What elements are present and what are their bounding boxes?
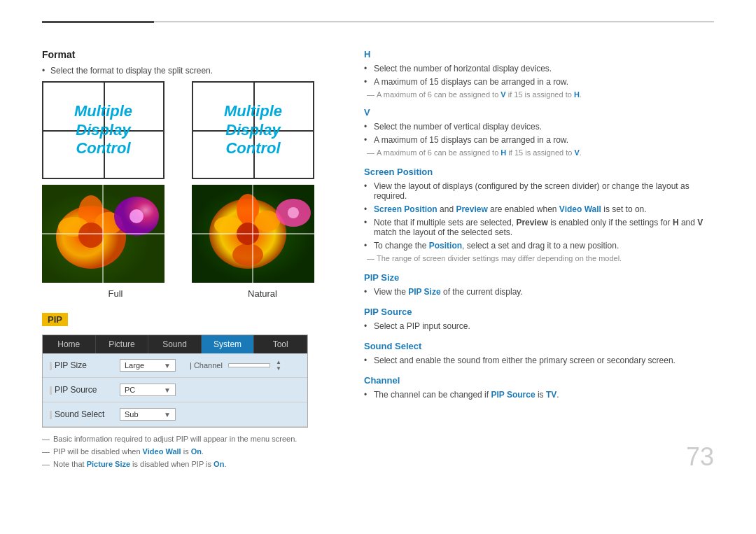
label-full: Full <box>55 288 177 299</box>
pip-size-select[interactable]: Large ▼ <box>120 359 176 372</box>
svg-point-5 <box>78 223 104 248</box>
pip-source-select[interactable]: PC ▼ <box>120 384 176 396</box>
right-column: H Select the number of horizontal displa… <box>364 49 714 468</box>
format-text-2: Multiple Display Control <box>224 102 282 157</box>
tab-picture[interactable]: Picture <box>96 335 149 353</box>
svg-point-15 <box>232 244 263 266</box>
menu-row-sound-select: Sound Select Sub ▼ <box>43 402 307 427</box>
v-bullet-2: A maximum of 15 displays can be arranged… <box>364 135 714 145</box>
pip-note-3: Note that Picture Size is disabled when … <box>42 460 336 468</box>
pip-size-right-bullet: View the PIP Size of the current display… <box>364 287 714 297</box>
h-note: A maximum of 6 can be assigned to V if 1… <box>364 90 714 99</box>
v-bullet-1: Select the number of vertical display de… <box>364 122 714 132</box>
pip-badge: PIP <box>42 313 68 326</box>
sound-select-right-bullet: Select and enable the sound from either … <box>364 356 714 365</box>
pip-size-label: PIP Size <box>50 360 120 370</box>
format-image-2: Multiple Display Control <box>192 81 314 179</box>
sp-bullet-3: Note that if multiple sets are selected,… <box>364 218 714 237</box>
left-column: Format Select the format to display the … <box>42 49 336 468</box>
channel-input[interactable] <box>228 363 270 367</box>
menu-ui: Home Picture Sound System Tool PIP Size <box>42 335 308 428</box>
screen-position-title: Screen Position <box>364 167 714 177</box>
sp-note: The range of screen divider settings may… <box>364 254 714 262</box>
format-labels: Full Natural <box>42 288 336 299</box>
format-bullet: Select the format to display the split s… <box>42 66 336 76</box>
photo-image-2 <box>192 185 314 283</box>
pip-size-title: PIP Size <box>364 272 714 283</box>
pip-source-label: PIP Source <box>50 385 120 395</box>
format-image-1: Multiple Display Control <box>42 81 164 179</box>
tab-sound[interactable]: Sound <box>148 335 202 353</box>
channel-right-bullet: The channel can be changed if PIP Source… <box>364 390 714 400</box>
menu-row-pip-source: PIP Source PC ▼ <box>43 378 307 402</box>
v-letter: V <box>364 107 714 118</box>
v-note: A maximum of 6 can be assigned to H if 1… <box>364 148 714 157</box>
menu-rows: PIP Size Large ▼ | Channel ▲ <box>43 353 307 427</box>
sound-select-label: Sound Select <box>50 409 120 419</box>
sound-select-title: Sound Select <box>364 341 714 351</box>
tab-home[interactable]: Home <box>43 335 96 353</box>
label-natural: Natural <box>202 288 324 299</box>
svg-point-18 <box>288 207 299 218</box>
format-grid: Multiple Display Control Multiple Displa… <box>42 81 336 179</box>
channel-label: | Channel <box>190 361 223 370</box>
sound-select-select[interactable]: Sub ▼ <box>120 408 176 421</box>
tab-tool[interactable]: Tool <box>254 335 307 353</box>
top-line-dark <box>42 21 154 23</box>
tab-system[interactable]: System <box>202 335 255 353</box>
sp-bullet-4: To change the Position, select a set and… <box>364 241 714 251</box>
svg-point-7 <box>130 209 144 223</box>
h-letter: H <box>364 49 714 59</box>
page-number: 73 <box>686 442 714 472</box>
sp-bullet-2: Screen Position and Preview are enabled … <box>364 204 714 214</box>
photo-grid <box>42 185 336 283</box>
channel-arrows[interactable]: ▲ ▼ <box>276 359 281 372</box>
channel-title: Channel <box>364 375 714 386</box>
format-title: Format <box>42 49 336 60</box>
flower-bg-1 <box>42 185 164 283</box>
pip-note-2: PIP will be disabled when Video Wall is … <box>42 447 336 456</box>
pip-source-right-bullet: Select a PIP input source. <box>364 321 714 331</box>
flower-bg-2 <box>192 185 314 283</box>
sp-bullet-1: View the layout of displays (configured … <box>364 181 714 201</box>
menu-tabs: Home Picture Sound System Tool <box>43 335 307 353</box>
pip-source-title: PIP Source <box>364 307 714 317</box>
h-bullet-1: Select the number of horizontal display … <box>364 64 714 73</box>
pip-note-1: Basic information required to adjust PIP… <box>42 435 336 443</box>
menu-row-pip-size: PIP Size Large ▼ | Channel ▲ <box>43 353 307 378</box>
format-text-1: Multiple Display Control <box>74 102 132 157</box>
photo-image-1 <box>42 185 164 283</box>
h-bullet-2: A maximum of 15 displays can be arranged… <box>364 77 714 87</box>
